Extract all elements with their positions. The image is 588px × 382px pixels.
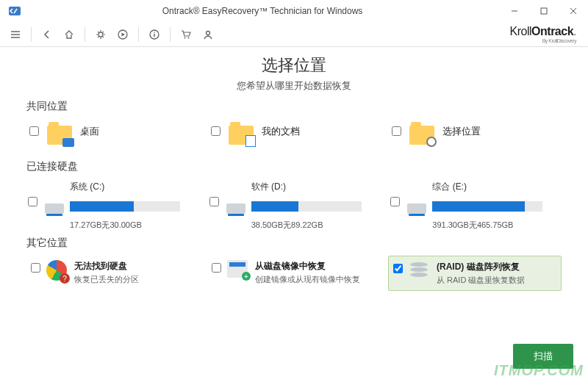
titlebar: Ontrack® EasyRecovery™ Technician for Wi…: [0, 0, 588, 22]
drive-c-size: 17.27GB无30.00GB: [70, 220, 198, 231]
common-desktop[interactable]: 桌面: [26, 119, 199, 156]
play-icon[interactable]: [113, 25, 132, 44]
cart-icon[interactable]: [176, 25, 196, 44]
separator: [85, 27, 85, 42]
scan-button[interactable]: 扫描: [513, 344, 573, 369]
brand-part2: Ontrack: [531, 25, 573, 37]
checkbox-drive-e[interactable]: [390, 197, 400, 206]
other-raid-title: (RAID) 磁盘阵列恢复: [437, 261, 525, 273]
folder-documents-icon: [226, 122, 256, 148]
main-content: 选择位置 您希望从哪里开始数据恢复 共同位置 桌面 我的文档 选择位置 已连接硬…: [0, 47, 588, 300]
other-image-title: 从磁盘镜像中恢复: [255, 260, 360, 273]
footer: 扫描: [513, 344, 573, 369]
drive-d-bar: [251, 201, 362, 212]
minimize-button[interactable]: [500, 0, 529, 22]
brand-part1: Kroll: [510, 25, 532, 37]
drive-c-bar: [70, 201, 180, 212]
checkbox-disk-image[interactable]: [212, 263, 221, 273]
info-icon[interactable]: [145, 25, 164, 44]
checkbox-drive-c[interactable]: [28, 197, 37, 206]
section-other-title: 其它位置: [26, 237, 562, 250]
drive-e-name: 综合 (E:): [432, 181, 560, 193]
app-icon: [4, 1, 25, 21]
checkbox-choose[interactable]: [392, 126, 401, 136]
folder-desktop-icon: [45, 122, 74, 148]
common-documents[interactable]: 我的文档: [208, 119, 381, 156]
checkbox-raid[interactable]: [393, 264, 403, 273]
svg-point-12: [154, 32, 155, 33]
other-lost-desc: 恢复已丢失的分区: [74, 274, 139, 285]
other-raid[interactable]: (RAID) 磁盘阵列恢复 从 RAID 磁盘里恢复数据: [388, 256, 562, 291]
section-drives-title: 已连接硬盘: [26, 160, 562, 173]
hdd-icon: [407, 203, 426, 218]
svg-point-8: [98, 32, 103, 37]
checkbox-drive-d[interactable]: [209, 197, 219, 206]
brand-logo: KrollOntrack. By KrollDiscovery: [510, 25, 582, 43]
menu-icon[interactable]: [6, 25, 25, 44]
drive-e[interactable]: 综合 (E:) 391.30GB无465.75GB: [389, 179, 562, 232]
svg-point-15: [207, 31, 210, 35]
disk-image-icon: [227, 260, 249, 282]
drive-d-size: 38.50GB无89.22GB: [251, 220, 379, 231]
drive-d[interactable]: 软件 (D:) 38.50GB无89.22GB: [208, 179, 381, 232]
other-image-desc: 创建镜像或从现有镜像中恢复: [255, 274, 360, 285]
section-common-title: 共同位置: [26, 100, 562, 113]
other-row: 无法找到硬盘 恢复已丢失的分区 从磁盘镜像中恢复 创建镜像或从现有镜像中恢复 (…: [26, 256, 562, 291]
close-button[interactable]: [559, 0, 588, 22]
label-desktop: 桌面: [80, 125, 99, 138]
window-title: Ontrack® EasyRecovery™ Technician for Wi…: [25, 6, 500, 16]
pie-icon: [46, 260, 68, 282]
gear-icon[interactable]: [91, 25, 110, 44]
checkbox-documents[interactable]: [211, 126, 220, 136]
folder-choose-icon: [407, 122, 437, 148]
common-choose[interactable]: 选择位置: [389, 119, 562, 156]
other-lost-title: 无法找到硬盘: [74, 260, 139, 273]
separator: [170, 27, 171, 42]
drive-e-size: 391.30GB无465.75GB: [432, 220, 560, 231]
hdd-icon: [226, 203, 245, 218]
hdd-icon: [45, 203, 64, 218]
maximize-button[interactable]: [529, 0, 559, 22]
brand-sub: By KrollDiscovery: [510, 38, 576, 43]
common-row: 桌面 我的文档 选择位置: [26, 119, 562, 156]
drive-e-bar: [432, 201, 542, 212]
svg-rect-2: [541, 8, 547, 14]
label-choose: 选择位置: [442, 125, 481, 138]
other-lost-disk[interactable]: 无法找到硬盘 恢复已丢失的分区: [26, 256, 198, 291]
back-icon[interactable]: [37, 25, 57, 44]
page-title: 选择位置: [26, 54, 562, 76]
checkbox-desktop[interactable]: [29, 126, 39, 136]
drive-c-name: 系统 (C:): [70, 181, 198, 193]
page-subtitle: 您希望从哪里开始数据恢复: [26, 79, 562, 93]
drives-row: 系统 (C:) 17.27GB无30.00GB 软件 (D:) 38.50GB无…: [26, 179, 562, 232]
home-icon[interactable]: [60, 25, 79, 44]
separator: [31, 27, 32, 42]
raid-icon: [409, 261, 431, 283]
drive-d-name: 软件 (D:): [251, 181, 379, 193]
separator: [138, 27, 139, 42]
checkbox-lost-disk[interactable]: [31, 263, 40, 273]
other-disk-image[interactable]: 从磁盘镜像中恢复 创建镜像或从现有镜像中恢复: [207, 256, 379, 291]
toolbar: KrollOntrack. By KrollDiscovery: [0, 22, 588, 47]
drive-c[interactable]: 系统 (C:) 17.27GB无30.00GB: [26, 179, 199, 232]
user-icon[interactable]: [198, 25, 218, 44]
label-documents: 我的文档: [262, 125, 300, 138]
window-controls: [500, 0, 588, 22]
svg-point-13: [184, 37, 186, 38]
svg-point-14: [188, 37, 190, 38]
other-raid-desc: 从 RAID 磁盘里恢复数据: [437, 275, 525, 286]
